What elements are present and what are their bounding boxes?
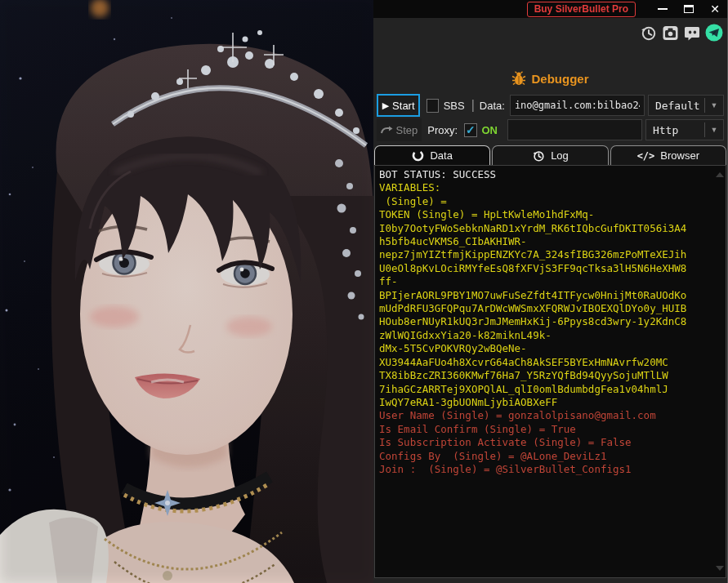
controls-row-2: Step Proxy: ✓ ON Http ▼ [377,118,724,141]
chevron-down-icon: ▼ [705,126,723,134]
step-button-label: Step [396,124,418,136]
output-tabbar: Data Log </> Browser [373,145,727,165]
close-icon: ✕ [710,3,720,15]
console-line: TOKEN (Single) = HpLtKwleMo1hdFxMq- [379,208,714,221]
tab-data-label: Data [430,149,452,162]
chevron-down-icon: ▼ [705,101,723,109]
play-icon: ▶ [382,100,389,111]
debugger-panel: Buy SilverBullet Pro ✕ [373,0,728,583]
title-bar: Buy SilverBullet Pro ✕ [373,0,727,18]
console-line: zWlWQIGdxxYia20-k82miknL49k- [379,329,714,342]
console-line: dMx-5T5CvPOKVRQy2wBQeNe- [379,342,714,355]
console-line: IwQY7eRA1-3gbUONmLjybiAOBXeFF [379,396,714,409]
debugger-header: Debugger [373,69,727,87]
screenshot-button[interactable] [661,24,679,42]
code-icon: </> [637,150,655,162]
console-line: U0eOl8pKvLOciRMYfeEsQ8fXFVjS3FF9qcTksa3l… [379,262,714,275]
config-dropdown[interactable]: Default ▼ [648,95,724,116]
tab-browser[interactable]: </> Browser [610,145,726,165]
sbs-checkbox[interactable] [427,99,440,113]
step-arrow-icon [381,126,393,135]
console-line: (Single) = [379,195,714,208]
history-icon [640,24,657,42]
buy-silverbullet-pro-button[interactable]: Buy SilverBullet Pro [527,2,636,17]
console-line: I0by7OotyFWoSebknNaRD1xYrdM_RK6tIQbcGufD… [379,222,714,235]
console-line: Configs By (Single) = @ALone_DeviLz1 [379,450,714,463]
bug-icon [511,71,526,86]
scroll-up-icon[interactable] [716,172,724,177]
sbs-label: SBS [444,100,465,112]
proxy-type-dropdown[interactable]: Http ▼ [645,119,724,140]
close-button[interactable]: ✕ [708,2,722,16]
data-input[interactable] [510,95,645,116]
console-line: Join : (Single) = @SilverBullet_Configs1 [379,463,714,476]
history-icon [532,149,545,162]
maximize-button[interactable] [681,2,696,16]
console-line: User Name (Single) = gonzalolpisano@gmai… [379,409,714,422]
proxy-type-dropdown-value: Http [646,124,704,136]
tab-log-label: Log [551,149,569,162]
step-button[interactable]: Step [377,118,422,141]
tab-log[interactable]: Log [492,145,608,165]
discord-icon [684,24,701,42]
console-line: XU3944AaFUo4h8XcvrG64aCh8AkSEF5BYExHmNAv… [379,356,714,369]
maximize-icon [684,5,694,13]
console-line: Is Subscription Activate (Single) = Fals… [379,436,714,449]
discord-button[interactable] [683,24,701,42]
console-line: mUdPdRFU3GFQPqu7ArDWcWWSmxXFQRWJvIBOEXQl… [379,302,714,315]
console-line: TX8ibBzcZRI360KMwf76Ha7_Y5RzYQfBd94QyySo… [379,369,714,382]
check-icon: ✓ [466,124,476,136]
telegram-button[interactable] [705,24,723,42]
portrait-illustration [0,0,373,583]
telegram-icon [705,24,723,42]
bot-output-console[interactable]: BOT STATUS: SUCCESS VARIABLES: (Single) … [374,165,726,578]
console-line: 7ihaGCzARRTej9XOPQlAL_qlI0omlBdumbdgFea1… [379,383,714,396]
console-line: BPIjerAORL9PBY1MO7uwFuSeZfdt4ITFycw0Hnij… [379,289,714,302]
debugger-title: Debugger [531,72,588,86]
controls-row-1: ▶ Start SBS | Data: Default ▼ [377,94,724,117]
history-button[interactable] [639,24,657,42]
start-button-label: Start [392,100,414,112]
tab-data[interactable]: Data [374,145,490,165]
separator: | [471,98,475,113]
portrait-image [0,0,373,583]
proxy-input[interactable] [507,119,642,140]
console-line: h5bfb4ucVKMS6_CIbAKHIWR- [379,235,714,248]
tab-browser-label: Browser [660,149,699,162]
start-button[interactable]: ▶ Start [377,94,420,117]
proxy-checkbox[interactable]: ✓ [464,123,477,137]
minimize-button[interactable] [655,2,670,16]
camera-icon [662,24,679,42]
refresh-icon [412,149,424,162]
data-label: Data: [480,100,505,112]
config-dropdown-value: Default [649,100,704,112]
console-line: HOub8erNUyR1kUQ3rJmJMemHxKij-6Ppys8cd3wr… [379,315,714,328]
console-line: ff- [379,275,714,288]
console-line: VARIABLES: [379,181,714,194]
debugger-controls: ▶ Start SBS | Data: Default ▼ Step [373,94,727,141]
proxy-on-label: ON [481,124,498,136]
minimize-icon [658,8,668,10]
quick-actions-row [373,22,727,43]
console-line: nepz7jmYIZtfmjKippENZKYc7A_324sfIBG326mz… [379,248,714,261]
proxy-label: Proxy: [427,124,458,136]
scroll-down-icon[interactable] [716,566,724,571]
console-line: BOT STATUS: SUCCESS [379,168,714,181]
console-line: Is Email Confirm (Single) = True [379,423,714,436]
